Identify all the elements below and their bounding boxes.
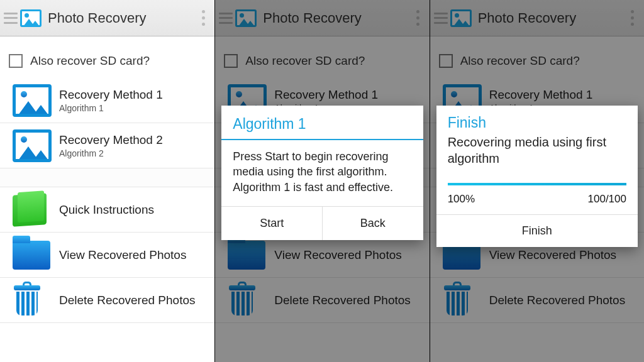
- app-title: Photo Recovery: [478, 10, 626, 26]
- trash-icon: [443, 285, 472, 315]
- delete-label: Delete Recovered Photos: [59, 293, 196, 307]
- dialog-buttons: Start Back: [221, 206, 423, 240]
- app-logo-icon: [450, 9, 472, 27]
- photo-icon: [13, 84, 52, 117]
- overflow-menu-icon[interactable]: [412, 10, 425, 26]
- book-icon: [13, 193, 47, 227]
- sdcard-checkbox-row: Also recover SD card?: [215, 48, 429, 78]
- overflow-menu-icon[interactable]: [197, 10, 209, 26]
- quick-instructions[interactable]: Quick Instructions: [0, 187, 214, 233]
- method-1-label: Recovery Method 1: [59, 88, 163, 102]
- method-2-sub: Algorithm 2: [59, 148, 163, 158]
- recovery-method-2[interactable]: Recovery Method 2 Algorithm 2: [0, 123, 214, 168]
- screen-algorithm-dialog: Photo Recovery Also recover SD card? Rec…: [214, 0, 429, 362]
- photo-icon: [13, 129, 52, 162]
- sdcard-checkbox-row[interactable]: Also recover SD card?: [0, 48, 214, 78]
- main-content: Also recover SD card? Recovery Method 1 …: [0, 36, 214, 323]
- delete-recovered: Delete Recovered Photos: [215, 278, 429, 323]
- titlebar: Photo Recovery: [0, 0, 214, 36]
- progress-dialog: Finish Recovering media using first algo…: [436, 106, 638, 247]
- sdcard-label: Also recover SD card?: [460, 54, 580, 68]
- delete-recovered: Delete Recovered Photos: [430, 278, 644, 323]
- folder-icon: [13, 241, 50, 270]
- hamburger-icon[interactable]: [434, 13, 448, 24]
- app-title: Photo Recovery: [263, 10, 411, 26]
- delete-recovered[interactable]: Delete Recovered Photos: [0, 278, 214, 323]
- algorithm-dialog: Algorithm 1 Press Start to begin recover…: [221, 106, 423, 240]
- titlebar: Photo Recovery: [430, 0, 644, 36]
- view-recovered[interactable]: View Recovered Photos: [0, 233, 214, 278]
- checkbox-icon: [439, 54, 453, 68]
- overflow-menu-icon[interactable]: [626, 10, 639, 26]
- sdcard-label: Also recover SD card?: [30, 54, 150, 68]
- sdcard-checkbox-row: Also recover SD card?: [430, 48, 644, 78]
- view-label: View Recovered Photos: [59, 248, 186, 262]
- progress-title: Finish: [436, 106, 638, 134]
- method-2-label: Recovery Method 2: [59, 133, 163, 147]
- sdcard-label: Also recover SD card?: [245, 54, 365, 68]
- checkbox-icon[interactable]: [9, 54, 23, 68]
- checkbox-icon: [224, 54, 238, 68]
- recovery-method-1[interactable]: Recovery Method 1 Algorithm 1: [0, 78, 214, 123]
- dialog-divider: [221, 139, 423, 140]
- dialog-body: Press Start to begin recovering media us…: [221, 148, 423, 206]
- folder-icon: [228, 241, 265, 270]
- screen-progress-dialog: Photo Recovery Also recover SD card? Rec…: [430, 0, 644, 362]
- app-logo-icon: [20, 9, 42, 27]
- titlebar: Photo Recovery: [215, 0, 429, 36]
- hamburger-icon[interactable]: [219, 13, 233, 24]
- progress-bar: [448, 183, 626, 185]
- finish-button[interactable]: Finish: [436, 214, 638, 247]
- method-1-sub: Algorithm 1: [59, 103, 163, 113]
- progress-count: 100/100: [588, 193, 626, 206]
- screen-main: Photo Recovery Also recover SD card? Rec…: [0, 0, 214, 362]
- instructions-label: Quick Instructions: [59, 203, 154, 217]
- progress-message: Recovering media using first algorithm: [436, 134, 638, 167]
- trash-icon: [228, 285, 257, 315]
- app-title: Photo Recovery: [48, 10, 197, 26]
- progress-percent: 100%: [448, 193, 475, 206]
- start-button[interactable]: Start: [221, 207, 322, 240]
- back-button[interactable]: Back: [322, 207, 423, 240]
- divider: [0, 168, 214, 187]
- dialog-title: Algorithm 1: [221, 106, 423, 139]
- hamburger-icon[interactable]: [4, 13, 18, 24]
- progress-stats: 100% 100/100: [436, 189, 638, 214]
- app-logo-icon: [235, 9, 257, 27]
- trash-icon: [13, 285, 42, 315]
